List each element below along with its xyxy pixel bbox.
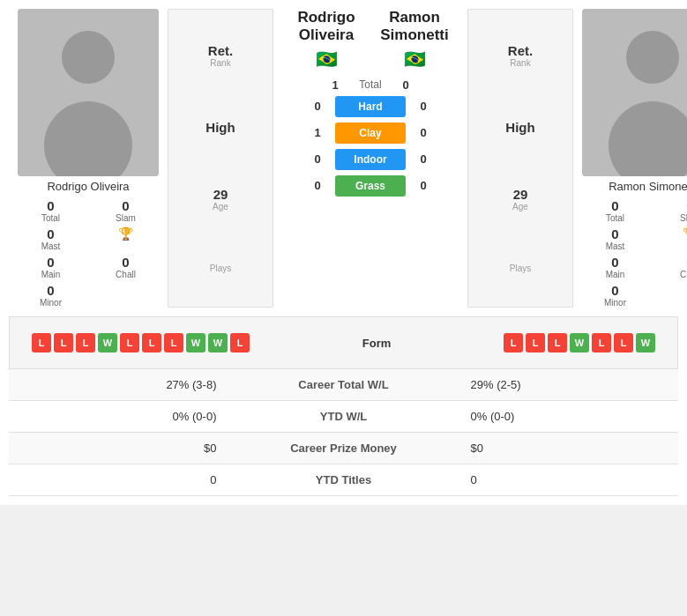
form-badge: L [526, 333, 545, 353]
table-row: 27% (3-8) Career Total W/L 29% (2-5) [9, 369, 678, 401]
right-minor-stat: 0 Minor [582, 283, 648, 308]
left-player-card: Rodrigo Oliveira 0 Total 0 Slam 0 Mast 🏆 [9, 9, 168, 308]
right-total-stat: 0 Total [582, 198, 648, 223]
left-age-value: 29 [213, 187, 228, 202]
left-trophy-icon: 🏆 [118, 226, 133, 241]
right-minor-label: Minor [604, 298, 626, 308]
left-mast-stat: 0 Mast [18, 226, 84, 251]
table-label: YTD W/L [229, 401, 457, 433]
left-player-photo [18, 9, 159, 176]
right-trophy-icon: 🏆 [683, 226, 687, 241]
right-slam-label: Slam [680, 213, 687, 223]
table-label: Career Total W/L [229, 369, 457, 401]
right-name-block: Ramon Simonetti 🇧🇷 [370, 9, 459, 70]
left-main-label: Main [41, 270, 61, 279]
svg-point-4 [626, 31, 679, 84]
table-row: $0 Career Prize Money $0 [9, 433, 678, 464]
right-minor-value: 0 [611, 283, 618, 298]
left-name-block: Rodrigo Oliveira 🇧🇷 [282, 9, 370, 70]
right-rank-item: Ret. Rank [508, 43, 533, 68]
surface-right-score: 0 [414, 126, 432, 139]
table-left-value: 0 [9, 464, 229, 496]
left-player-name: Rodrigo Oliveira [47, 180, 129, 193]
surface-row: 0 Grass 0 [282, 175, 459, 197]
right-mast-value: 0 [611, 226, 618, 241]
surface-badge: Hard [335, 96, 406, 117]
center-section: Rodrigo Oliveira 🇧🇷 Ramon Simonetti 🇧🇷 1… [273, 9, 467, 308]
right-mast-label: Mast [606, 241, 625, 251]
left-total-value: 0 [47, 198, 54, 213]
table-left-value: $0 [9, 433, 229, 464]
left-player-stats: 0 Total 0 Slam 0 Mast 🏆 0 Main [9, 198, 168, 308]
left-flag: 🇧🇷 [316, 48, 338, 70]
left-slam-stat: 0 Slam [93, 198, 159, 223]
right-slam-stat: 0 Slam [657, 198, 687, 223]
surface-badge: Indoor [335, 149, 406, 170]
table-right-value: $0 [458, 433, 678, 464]
top-section: Rodrigo Oliveira 0 Total 0 Slam 0 Mast 🏆 [9, 9, 678, 308]
right-age-label: Age [512, 202, 528, 212]
surface-row: 1 Clay 0 [282, 122, 459, 144]
form-badge: W [98, 333, 117, 353]
right-flag: 🇧🇷 [404, 48, 426, 70]
left-plays-label: Plays [210, 263, 231, 273]
surface-right-score: 0 [414, 152, 432, 166]
right-detail-panel: Ret. Rank High 29 Age Plays [467, 9, 573, 308]
right-total-label: Total [606, 213, 624, 223]
right-trophy: 🏆 [657, 226, 687, 251]
right-chall-stat: 0 Chall [657, 255, 687, 279]
right-rank-label: Rank [510, 58, 530, 68]
table-right-value: 0 [458, 464, 678, 496]
left-chall-stat: 0 Chall [93, 255, 159, 279]
form-badge: L [230, 333, 250, 353]
total-row: 1 Total 0 [282, 78, 459, 92]
table-left-value: 0% (0-0) [9, 401, 229, 433]
form-badge: L [32, 333, 51, 353]
form-badge: W [636, 333, 655, 353]
surface-row: 0 Hard 0 [282, 96, 459, 117]
table-label: YTD Titles [229, 464, 457, 496]
form-label: Form [362, 337, 392, 350]
left-main-value: 0 [47, 255, 54, 270]
left-slam-value: 0 [122, 198, 129, 213]
table-right-value: 0% (0-0) [458, 401, 678, 433]
surface-badge: Clay [335, 122, 406, 144]
left-detail-panel: Ret. Rank High 29 Age Plays [168, 9, 273, 308]
table-row: 0% (0-0) YTD W/L 0% (0-0) [9, 401, 678, 433]
right-player-card: Ramon Simonetti 0 Total 0 Slam 0 Mast 🏆 [573, 9, 687, 308]
table-left-value: 27% (3-8) [9, 369, 229, 401]
right-center-name: Ramon Simonetti [380, 9, 448, 45]
right-player-name: Ramon Simonetti [609, 180, 687, 193]
left-age-label: Age [213, 202, 228, 212]
right-age-item: 29 Age [512, 187, 528, 212]
left-mast-label: Mast [41, 241, 61, 251]
form-badge: L [120, 333, 139, 353]
surface-right-score: 0 [414, 100, 432, 113]
surface-left-score: 1 [309, 126, 326, 139]
surface-row: 0 Indoor 0 [282, 149, 459, 170]
form-badge: L [54, 333, 73, 353]
right-player-stats: 0 Total 0 Slam 0 Mast 🏆 0 Main [573, 198, 687, 308]
player-names-row: Rodrigo Oliveira 🇧🇷 Ramon Simonetti 🇧🇷 [282, 9, 459, 70]
right-high-value: High [505, 120, 534, 135]
total-label: Total [353, 78, 388, 91]
surface-rows: 0 Hard 0 1 Clay 0 0 Indoor 0 0 Grass 0 [282, 96, 459, 197]
right-chall-label: Chall [680, 270, 687, 279]
form-badge: W [208, 333, 228, 353]
left-slam-label: Slam [116, 213, 136, 223]
stats-table: 27% (3-8) Career Total W/L 29% (2-5) 0% … [9, 369, 678, 496]
table-label: Career Prize Money [229, 433, 457, 464]
left-high-value: High [205, 120, 235, 135]
left-chall-value: 0 [122, 255, 129, 270]
right-plays-label: Plays [510, 263, 531, 273]
left-mast-value: 0 [47, 226, 54, 241]
form-badge: W [570, 333, 589, 353]
surface-left-score: 0 [309, 179, 326, 192]
left-center-name: Rodrigo Oliveira [297, 9, 355, 45]
table-row: 0 YTD Titles 0 [9, 464, 678, 496]
surface-left-score: 0 [309, 152, 326, 166]
left-age-item: 29 Age [213, 187, 228, 212]
total-right-score: 0 [397, 78, 414, 92]
right-age-value: 29 [513, 187, 528, 202]
left-total-label: Total [41, 213, 60, 223]
